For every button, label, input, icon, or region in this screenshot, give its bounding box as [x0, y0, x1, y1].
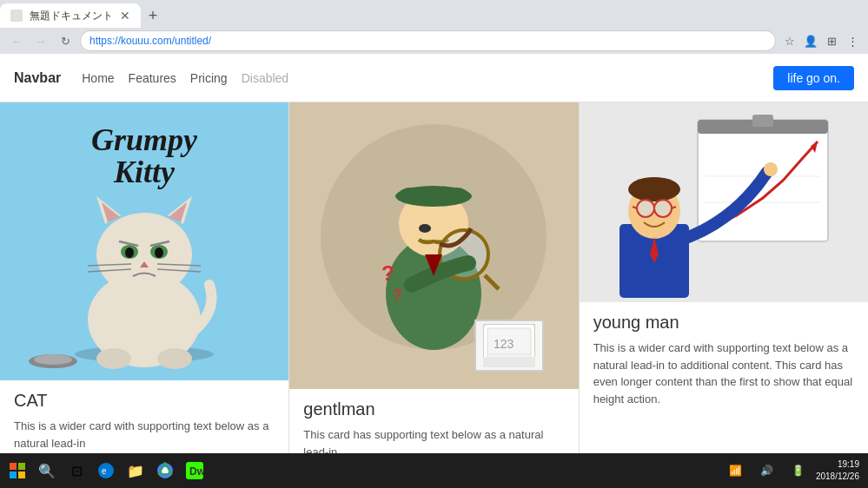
navbar-brand: Navbar [14, 70, 61, 86]
navbar: Navbar Home Features Pricing Disabled li… [0, 54, 868, 102]
windows-start-button[interactable] [3, 457, 31, 485]
svg-point-54 [637, 200, 654, 217]
svg-point-12 [125, 247, 134, 258]
browser-chrome: 無題ドキュメント ✕ + ← → ↻ https://kouuu.com/unt… [0, 0, 868, 54]
taskbar-time: 19:19 2018/12/26 [816, 458, 859, 483]
battery-icon[interactable]: 🔋 [785, 457, 812, 485]
svg-point-22 [157, 348, 192, 369]
chrome-icon[interactable] [151, 457, 179, 485]
svg-rect-63 [10, 472, 17, 478]
svg-point-32 [419, 224, 431, 233]
task-view-icon[interactable]: ⊡ [63, 457, 90, 485]
svg-point-30 [400, 188, 421, 201]
svg-point-13 [155, 247, 163, 258]
nav-link-disabled: Disabled [242, 71, 288, 85]
network-icon[interactable]: 📶 [722, 457, 750, 485]
card-gentleman-image: ? ? 123 [289, 102, 578, 389]
taskbar: 🔍 ⊡ e 📁 Dw 📶 🔊 🔋 19:19 2018/12/26 [0, 453, 868, 488]
cards-container: Grumpy Kitty [0, 102, 868, 453]
svg-text:Grumpy: Grumpy [91, 122, 198, 157]
menu-icon[interactable]: ⋮ [844, 32, 861, 49]
new-tab-button[interactable]: + [141, 3, 165, 28]
svg-text:?: ? [381, 261, 394, 285]
tab-bar: 無題ドキュメント ✕ + [0, 0, 868, 28]
tab-title: 無題ドキュメント [30, 9, 113, 23]
card-cat-body: CAT This is a wider card with supporting… [0, 380, 288, 453]
svg-rect-62 [18, 463, 25, 470]
svg-text:?: ? [393, 287, 402, 304]
card-youngman-body: young man This is a wider card with supp… [580, 302, 868, 418]
card-youngman-image [580, 102, 868, 302]
volume-icon[interactable]: 🔊 [753, 457, 781, 485]
svg-rect-61 [10, 463, 17, 470]
active-tab[interactable]: 無題ドキュメント ✕ [0, 3, 141, 28]
svg-point-55 [654, 200, 672, 217]
broken-image-icon: 123 [474, 320, 544, 372]
svg-rect-46 [752, 115, 773, 127]
card-youngman-title: young man [593, 313, 854, 333]
search-taskbar-icon[interactable]: 🔍 [33, 457, 61, 485]
refresh-button[interactable]: ↻ [56, 31, 75, 50]
taskbar-system-icons: 📶 🔊 🔋 19:19 2018/12/26 [717, 457, 865, 485]
svg-text:Dw: Dw [189, 465, 203, 478]
svg-rect-42 [483, 357, 535, 367]
card-gentleman-text: This card has supporting text below as a… [303, 426, 564, 453]
bookmark-icon[interactable]: ☆ [781, 32, 798, 49]
svg-point-24 [34, 354, 72, 365]
navbar-cta-button[interactable]: life go on. [773, 66, 854, 90]
tab-favicon [10, 10, 23, 22]
youngman-svg [593, 102, 854, 302]
svg-point-59 [764, 162, 778, 176]
svg-text:Kitty: Kitty [113, 155, 176, 189]
card-gentleman-body: gentlman This card has supporting text b… [289, 389, 578, 453]
nav-link-home[interactable]: Home [82, 71, 114, 85]
card-gentleman-title: gentlman [303, 399, 564, 419]
dreamweaver-icon[interactable]: Dw [181, 457, 209, 485]
card-youngman: young man This is a wider card with supp… [580, 102, 868, 453]
tab-close-button[interactable]: ✕ [120, 9, 130, 23]
svg-point-31 [447, 188, 467, 201]
url-text: https://kouuu.com/untitled/ [89, 35, 211, 47]
svg-point-53 [628, 177, 680, 201]
card-cat-title: CAT [14, 391, 275, 411]
extensions-icon[interactable]: ⊞ [823, 32, 840, 49]
address-bar-row: ← → ↻ https://kouuu.com/untitled/ ☆ 👤 ⊞ … [0, 28, 868, 54]
nav-link-features[interactable]: Features [129, 71, 176, 85]
svg-point-5 [96, 213, 192, 296]
file-explorer-icon[interactable]: 📁 [122, 457, 149, 485]
forward-button[interactable]: → [31, 31, 50, 50]
svg-text:123: 123 [494, 337, 514, 351]
svg-text:e: e [102, 466, 107, 476]
address-bar[interactable]: https://kouuu.com/untitled/ [80, 30, 776, 51]
card-cat-image: Grumpy Kitty [0, 102, 288, 380]
navbar-links: Home Features Pricing Disabled [82, 71, 773, 85]
nav-link-pricing[interactable]: Pricing [190, 71, 228, 85]
card-gentleman: ? ? 123 gentlman [289, 102, 579, 453]
card-cat: Grumpy Kitty [0, 102, 289, 453]
card-cat-text: This is a wider card with supporting tex… [14, 418, 275, 452]
svg-rect-64 [18, 472, 25, 478]
edge-icon[interactable]: e [92, 457, 120, 485]
page-content: Navbar Home Features Pricing Disabled li… [0, 54, 868, 453]
card-youngman-text: This is a wider card with supporting tex… [593, 340, 854, 407]
profile-icon[interactable]: 👤 [802, 32, 819, 49]
back-button[interactable]: ← [7, 31, 26, 50]
svg-point-21 [96, 348, 131, 369]
browser-toolbar-icons: ☆ 👤 ⊞ ⋮ [781, 32, 861, 49]
grumpy-kitty-svg: Grumpy Kitty [10, 102, 279, 380]
